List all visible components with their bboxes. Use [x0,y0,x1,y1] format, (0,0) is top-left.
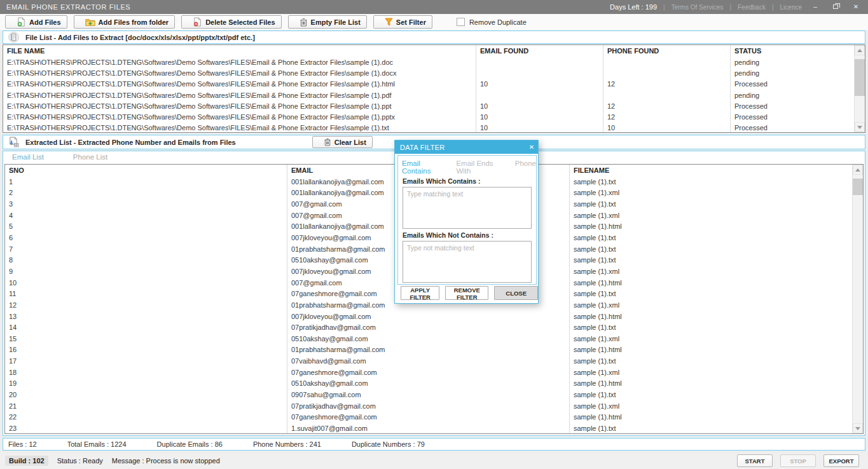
file-table-row[interactable]: E:\TRASH\OTHERS\PROJECTS\1.DTENG\Softwar… [3,79,854,90]
cell-filename: sample (1).xml [570,333,852,344]
filter-icon [385,18,393,26]
licence-link[interactable]: Licence [780,4,802,11]
stats-bar: Files : 12 Total Emails : 1224 Duplicate… [3,438,865,451]
cell-file-name: E:\TRASH\OTHERS\PROJECTS\1.DTENG\Softwar… [3,79,476,90]
apply-filter-button[interactable]: APPLY FILTER [401,286,439,300]
add-files-button[interactable]: Add Files [5,15,67,29]
minimize-icon[interactable]: – [808,0,822,14]
scrollbar-thumb[interactable] [853,179,863,195]
cell-sno: 2 [5,187,287,199]
tab-phone[interactable]: Phone [515,160,536,175]
tab-email-list[interactable]: Email List [12,153,44,161]
delete-selected-files-label: Delete Selected Files [205,18,275,26]
terms-of-services-link[interactable]: Terms Of Services [672,4,724,11]
feedback-link[interactable]: Feedback [738,4,766,11]
start-button[interactable]: START [737,454,773,467]
col-file-name: FILE NAME [3,45,476,57]
file-table-row[interactable]: E:\TRASH\OTHERS\PROJECTS\1.DTENG\Softwar… [3,100,854,111]
file-table-row[interactable]: E:\TRASH\OTHERS\PROJECTS\1.DTENG\Softwar… [3,90,854,100]
stop-button[interactable]: STOP [780,454,816,467]
cell-filename: sample (1).txt [570,288,852,299]
emails-not-contains-label: Emails Which Not Contains : [403,231,536,239]
folder-add-icon [85,18,95,27]
cell-email: 07pratikjadhav@gmail.com [287,400,570,412]
maximize-icon[interactable] [829,0,843,14]
dialog-close-icon[interactable]: ✕ [525,144,538,151]
cell-sno: 14 [5,322,287,333]
set-filter-button[interactable]: Set Filter [373,15,432,29]
empty-file-list-button[interactable]: Empty File List [288,15,367,29]
emails-contains-label: Emails Which Contains : [403,177,536,185]
add-files-label: Add Files [29,18,61,26]
cell-email: 07ganeshmore@gmail.com [287,367,570,378]
email-table-row[interactable]: 21 07pratikjadhav@gmail.com sample (1).x… [5,400,852,412]
file-table-row[interactable]: E:\TRASH\OTHERS\PROJECTS\1.DTENG\Softwar… [3,111,854,122]
cell-phone-found [603,90,731,100]
cell-sno: 1 [5,176,287,187]
email-table-row[interactable]: 14 07pratikjadhav@gmail.com sample (1).t… [5,322,852,333]
email-table-row[interactable]: 22 07ganeshmore@gmail.com sample (1).htm… [5,411,852,423]
email-table-row[interactable]: 23 1.suvajit007@gmail.com sample (1).txt [5,423,852,434]
clear-list-button[interactable]: Clear List [312,136,373,148]
cell-email: 07vaibhavd@gmail.com [287,355,570,367]
scrollbar-thumb[interactable] [855,59,865,96]
close-button[interactable]: CLOSE [494,286,538,300]
email-table-row[interactable]: 18 07ganeshmore@gmail.com sample (1).xml [5,367,852,378]
close-icon[interactable]: ✕ [849,0,863,14]
col-phone-found: PHONE FOUND [603,45,731,57]
emails-contains-input[interactable] [403,187,532,229]
remove-filter-button[interactable]: REMOVE FILTER [445,286,488,300]
tab-email-contains[interactable]: Email Contains [402,160,450,175]
cell-phone-found: 12 [603,79,731,90]
cell-email-found: 10 [476,123,603,133]
cell-email: 01prabhatsharma@gmail.com [287,344,570,356]
remove-duplicate-label: Remove Duplicate [469,18,527,26]
cell-sno: 10 [5,277,287,289]
days-left-label: Days Left : 199 [610,3,657,11]
cell-sno: 11 [5,288,287,299]
file-table-row[interactable]: E:\TRASH\OTHERS\PROJECTS\1.DTENG\Softwar… [3,57,854,67]
cell-phone-found: 12 [603,100,731,111]
file-table: FILE NAME EMAIL FOUND PHONE FOUND STATUS… [3,44,865,133]
cell-email: 007jkloveyou@gmail.com [287,311,570,322]
email-table-row[interactable]: 16 01prabhatsharma@gmail.com sample (1).… [5,344,852,356]
dialog-titlebar[interactable]: DATA FILTER ✕ [395,140,538,154]
email-table-row[interactable]: 15 0510akshay@gmail.com sample (1).xml [5,333,852,344]
set-filter-label: Set Filter [396,18,426,26]
emails-not-contains-input[interactable] [403,241,532,283]
email-table-row[interactable]: 20 0907sahu@gmail.com sample (1).txt [5,389,852,400]
cell-status: Processed [731,100,854,111]
scroll-up-icon[interactable] [855,45,865,55]
scroll-up-icon[interactable] [853,165,863,175]
email-table-row[interactable]: 13 007jkloveyou@gmail.com sample (1).htm… [5,311,852,322]
file-table-header: FILE NAME EMAIL FOUND PHONE FOUND STATUS [3,45,854,57]
scroll-down-icon[interactable] [853,423,863,433]
file-table-row[interactable]: E:\TRASH\OTHERS\PROJECTS\1.DTENG\Softwar… [3,67,854,78]
cell-file-name: E:\TRASH\OTHERS\PROJECTS\1.DTENG\Softwar… [3,100,476,111]
empty-file-list-label: Empty File List [311,18,361,26]
cell-sno: 3 [5,198,287,210]
tab-phone-list[interactable]: Phone List [73,153,107,161]
email-table-scrollbar[interactable] [852,165,863,433]
email-table-row[interactable]: 17 07vaibhavd@gmail.com sample (1).txt [5,355,852,367]
trash-icon [324,138,331,146]
export-button[interactable]: EXPORT [823,454,859,467]
cell-filename: sample (1).html [570,411,852,423]
file-table-scrollbar[interactable] [854,45,865,132]
cell-email: 07ganeshmore@gmail.com [287,411,570,423]
titlebar-separator: | [772,4,774,11]
scroll-down-icon[interactable] [855,122,865,132]
email-table-row[interactable]: 19 0510akshay@gmail.com sample (1).html [5,378,852,390]
cell-email-found: 10 [476,100,603,111]
delete-selected-files-button[interactable]: Delete Selected Files [181,15,281,29]
cell-file-name: E:\TRASH\OTHERS\PROJECTS\1.DTENG\Softwar… [3,123,476,133]
data-filter-dialog: DATA FILTER ✕ Email Contains Email Ends … [394,140,539,304]
cell-filename: sample (1).txt [570,423,852,434]
titlebar-separator: | [729,4,731,11]
add-files-from-folder-button[interactable]: Add Files from folder [74,15,176,29]
cell-filename: sample (1).html [570,344,852,356]
cell-filename: sample (1).html [570,277,852,289]
remove-duplicate-checkbox[interactable] [457,18,465,26]
file-table-row[interactable]: E:\TRASH\OTHERS\PROJECTS\1.DTENG\Softwar… [3,123,854,133]
tab-email-ends-with[interactable]: Email Ends With [456,160,508,175]
